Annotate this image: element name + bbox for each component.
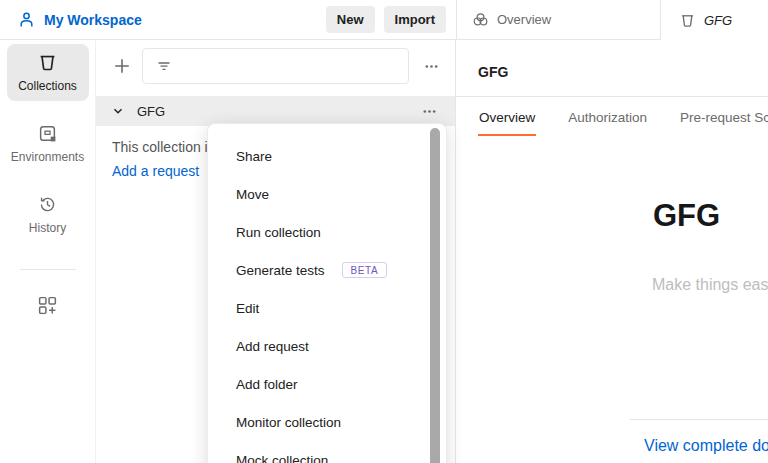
menu-scrollbar[interactable]	[430, 128, 440, 463]
collection-tabs: Overview Authorization Pre-request Scrip…	[456, 97, 768, 136]
menu-item-edit[interactable]: Edit	[208, 289, 446, 327]
sidebar-item-label: Environments	[11, 150, 84, 164]
toolbar-more-button[interactable]	[419, 54, 443, 78]
beta-badge: BETA	[342, 262, 388, 278]
collection-title: GFG	[478, 64, 508, 80]
view-documentation-link[interactable]: View complete documentation	[644, 437, 768, 455]
plus-icon	[113, 57, 131, 75]
overview-icon	[472, 11, 489, 28]
rail-divider	[20, 269, 76, 270]
add-request-link[interactable]: Add a request	[112, 163, 199, 179]
menu-item-mock-collection[interactable]: Mock collection	[208, 441, 446, 463]
menu-item-label: Monitor collection	[236, 415, 341, 430]
tab-overview[interactable]: Overview	[457, 0, 661, 40]
collections-icon	[38, 53, 57, 72]
collection-more-button[interactable]	[417, 99, 441, 123]
collection-icon	[680, 13, 695, 28]
collection-row-gfg[interactable]: GFG	[96, 96, 455, 126]
tab-collection-overview[interactable]: Overview	[478, 97, 536, 136]
tab-gfg-label: GFG	[704, 13, 732, 28]
sidebar-item-environments[interactable]: Environments	[7, 115, 89, 172]
more-options-icon	[424, 59, 439, 74]
more-options-icon	[422, 104, 437, 119]
top-header: My Workspace New Import Overview GFG	[0, 0, 768, 40]
chevron-down-icon	[112, 105, 124, 117]
menu-item-label: Run collection	[236, 225, 321, 240]
collection-titlebar: GFG	[456, 40, 768, 97]
user-icon	[18, 11, 35, 28]
collection-name: GFG	[137, 104, 417, 119]
import-button[interactable]: Import	[384, 6, 446, 33]
collections-toolbar	[96, 40, 455, 92]
doc-divider	[630, 419, 768, 420]
sidebar-rail: Collections Environments History	[0, 40, 96, 463]
menu-item-run-collection[interactable]: Run collection	[208, 213, 446, 251]
menu-item-generate-tests[interactable]: Generate tests BETA	[208, 251, 446, 289]
menu-item-label: Edit	[236, 301, 259, 316]
collection-context-menu: Share Move Run collection Generate tests…	[207, 123, 447, 463]
menu-item-add-request[interactable]: Add request	[208, 327, 446, 365]
menu-item-add-folder[interactable]: Add folder	[208, 365, 446, 403]
sidebar-item-collections[interactable]: Collections	[7, 44, 89, 101]
new-button[interactable]: New	[326, 6, 375, 33]
menu-item-label: Add request	[236, 339, 309, 354]
environments-icon	[38, 124, 57, 143]
sidebar-item-history[interactable]: History	[7, 186, 89, 243]
filter-icon	[156, 58, 172, 74]
collection-detail-panel: GFG Overview Authorization Pre-request S…	[456, 40, 768, 463]
doc-description-placeholder[interactable]: Make things easier for your teammates wi…	[652, 276, 768, 294]
menu-item-label: Generate tests	[236, 263, 325, 278]
menu-item-label: Mock collection	[236, 453, 328, 463]
tab-overview-label: Overview	[497, 12, 551, 27]
menu-item-share[interactable]: Share	[208, 137, 446, 175]
menu-item-monitor-collection[interactable]: Monitor collection	[208, 403, 446, 441]
workspace-header: My Workspace New Import	[0, 0, 457, 40]
menu-item-label: Move	[236, 187, 269, 202]
menu-item-move[interactable]: Move	[208, 175, 446, 213]
filter-input[interactable]	[180, 59, 400, 74]
workspace-name[interactable]: My Workspace	[44, 12, 142, 28]
overview-content: GFG Make things easier for your teammate…	[456, 136, 768, 463]
add-collection-button[interactable]	[110, 54, 134, 78]
configure-workbench-button[interactable]	[28, 288, 68, 322]
history-icon	[38, 195, 57, 214]
sidebar-item-label: History	[29, 221, 66, 235]
doc-heading: GFG	[653, 198, 720, 234]
postman-app: My Workspace New Import Overview GFG	[0, 0, 768, 463]
tab-gfg-active[interactable]: GFG	[661, 0, 768, 40]
menu-item-label: Add folder	[236, 377, 298, 392]
tab-pre-request[interactable]: Pre-request Scripts	[679, 97, 768, 136]
sidebar-item-label: Collections	[18, 79, 77, 93]
menu-item-label: Share	[236, 149, 272, 164]
filter-box	[142, 48, 409, 84]
grid-plus-icon	[37, 295, 58, 316]
tab-authorization[interactable]: Authorization	[567, 97, 648, 136]
